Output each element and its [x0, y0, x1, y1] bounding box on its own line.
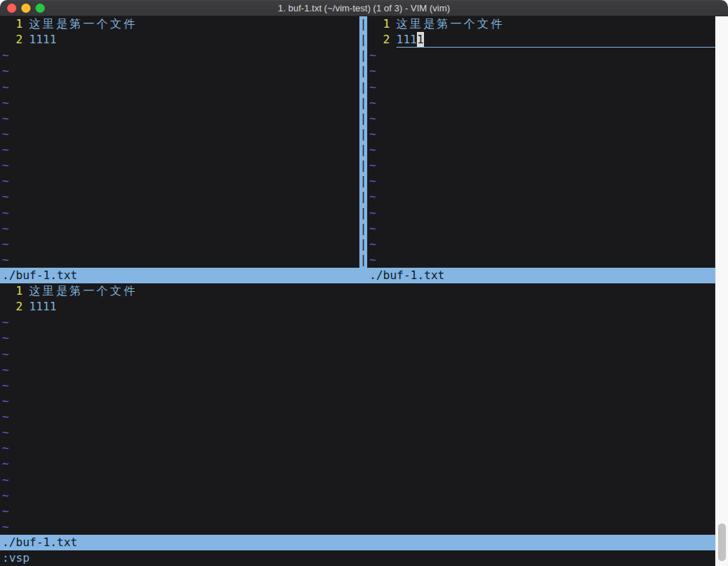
tilde-marker: ~: [0, 189, 359, 205]
separator-bar-glyph: |: [359, 221, 367, 236]
separator-bar-glyph: |: [359, 189, 367, 205]
separator-bar-glyph: |: [359, 236, 367, 252]
separator-bar-glyph: |: [359, 126, 367, 142]
tilde-marker: ~: [0, 330, 715, 346]
statusline-filename-right: ./buf-1.txt: [369, 268, 445, 283]
tilde-marker: ~: [0, 362, 715, 378]
tilde-marker: ~: [367, 252, 715, 268]
tilde-marker: ~: [0, 440, 715, 456]
buffer-text: 这里是第一个文件: [29, 17, 137, 31]
tilde-marker: ~: [0, 315, 715, 330]
line-number: 2: [2, 32, 29, 48]
command-line[interactable]: :vsp: [0, 550, 715, 566]
separator-bar-glyph: |: [359, 80, 367, 95]
separator-bar-glyph: |: [359, 95, 367, 111]
line-number: 2: [2, 299, 29, 315]
tilde-marker: ~: [367, 221, 715, 236]
tilde-marker: ~: [0, 173, 359, 189]
tilde-marker: ~: [0, 252, 359, 268]
tilde-column: ~~~~~~~~~~~~~~: [0, 48, 359, 268]
separator-bar-glyph: |: [359, 32, 367, 48]
tilde-marker: ~: [367, 126, 715, 142]
tilde-marker: ~: [0, 95, 359, 111]
statusline-filename-left: ./buf-1.txt: [2, 268, 77, 283]
vim-terminal: 1这里是第一个文件 21111 ~~~~~~~~~~~~~~ |||||||||…: [0, 16, 715, 566]
buffer-line: 21111: [0, 299, 715, 315]
tilde-column: ~~~~~~~~~~~~~~: [367, 48, 715, 268]
line-number: 1: [369, 16, 396, 32]
window-title: 1. buf-1.txt (~/vim-test) (1 of 3) - VIM…: [0, 0, 728, 16]
tilde-marker: ~: [0, 456, 715, 472]
buffer-line: 1这里是第一个文件: [0, 283, 715, 299]
tilde-marker: ~: [0, 472, 715, 488]
tilde-marker: ~: [0, 205, 359, 221]
tilde-marker: ~: [367, 236, 715, 252]
tilde-marker: ~: [367, 173, 715, 189]
tilde-marker: ~: [0, 111, 359, 126]
scrollbar[interactable]: [715, 16, 728, 566]
cursor-block: 1: [417, 32, 424, 48]
buffer-text: 111: [396, 32, 417, 48]
buffer-text: 这里是第一个文件: [29, 284, 137, 298]
buffer-text: 1111: [29, 300, 57, 313]
tilde-marker: ~: [367, 158, 715, 173]
window-titlebar[interactable]: 1. buf-1.txt (~/vim-test) (1 of 3) - VIM…: [0, 0, 728, 16]
separator-bar-glyph: |: [359, 173, 367, 189]
tilde-marker: ~: [0, 347, 715, 362]
tilde-marker: ~: [0, 409, 715, 425]
tilde-marker: ~: [367, 142, 715, 158]
buffer-line: 1这里是第一个文件: [367, 16, 715, 32]
tilde-marker: ~: [0, 393, 715, 409]
tilde-marker: ~: [0, 378, 715, 393]
tilde-marker: ~: [0, 236, 359, 252]
separator-bar-glyph: |: [359, 63, 367, 79]
pane-top-right[interactable]: 1这里是第一个文件 21111 ~~~~~~~~~~~~~~: [367, 16, 715, 268]
macvim-window: 1. buf-1.txt (~/vim-test) (1 of 3) - VIM…: [0, 0, 728, 566]
tilde-column: ~~~~~~~~~~~~~~: [0, 315, 715, 535]
separator-bar-glyph: |: [359, 142, 367, 158]
tilde-marker: ~: [0, 519, 715, 535]
statusline-bottom[interactable]: ./buf-1.txt: [0, 535, 715, 550]
tilde-marker: ~: [367, 189, 715, 205]
tilde-marker: ~: [0, 504, 715, 519]
separator-bar-glyph: |: [359, 205, 367, 221]
tilde-marker: ~: [0, 425, 715, 440]
pane-bottom[interactable]: 1这里是第一个文件 21111 ~~~~~~~~~~~~~~: [0, 283, 715, 535]
statusline-filename: ./buf-1.txt: [2, 535, 77, 550]
tilde-marker: ~: [0, 80, 359, 95]
tilde-marker: ~: [367, 205, 715, 221]
buffer-text: 1111: [29, 33, 57, 46]
top-split-region: 1这里是第一个文件 21111 ~~~~~~~~~~~~~~ |||||||||…: [0, 16, 715, 268]
pane-top-left[interactable]: 1这里是第一个文件 21111 ~~~~~~~~~~~~~~: [0, 16, 359, 268]
buffer-line: 21111: [0, 32, 359, 48]
separator-bar-glyph: |: [359, 252, 367, 268]
tilde-marker: ~: [367, 80, 715, 95]
scrollbar-thumb[interactable]: [718, 523, 726, 561]
vertical-split-separator[interactable]: ||||||||||||||||: [359, 16, 367, 268]
line-number: 1: [2, 16, 29, 32]
tilde-marker: ~: [367, 48, 715, 63]
tilde-marker: ~: [0, 221, 359, 236]
tilde-marker: ~: [367, 111, 715, 126]
separator-bar-glyph: |: [359, 158, 367, 173]
statusline-top[interactable]: ./buf-1.txt ./buf-1.txt: [0, 268, 715, 283]
buffer-line: 1这里是第一个文件: [0, 16, 359, 32]
buffer-text: 这里是第一个文件: [396, 17, 504, 31]
tilde-marker: ~: [367, 63, 715, 79]
tilde-marker: ~: [0, 142, 359, 158]
tilde-marker: ~: [0, 488, 715, 504]
line-number: 1: [2, 283, 29, 299]
separator-bar-glyph: |: [359, 111, 367, 126]
tilde-marker: ~: [0, 63, 359, 79]
cursor-line: 21111: [367, 32, 715, 48]
line-number: 2: [369, 32, 396, 48]
separator-bar-glyph: |: [359, 16, 367, 32]
separator-bar-glyph: |: [359, 48, 367, 63]
tilde-marker: ~: [0, 48, 359, 63]
tilde-marker: ~: [367, 95, 715, 111]
tilde-marker: ~: [0, 126, 359, 142]
cursorline-underline: [424, 32, 715, 48]
tilde-marker: ~: [0, 158, 359, 173]
